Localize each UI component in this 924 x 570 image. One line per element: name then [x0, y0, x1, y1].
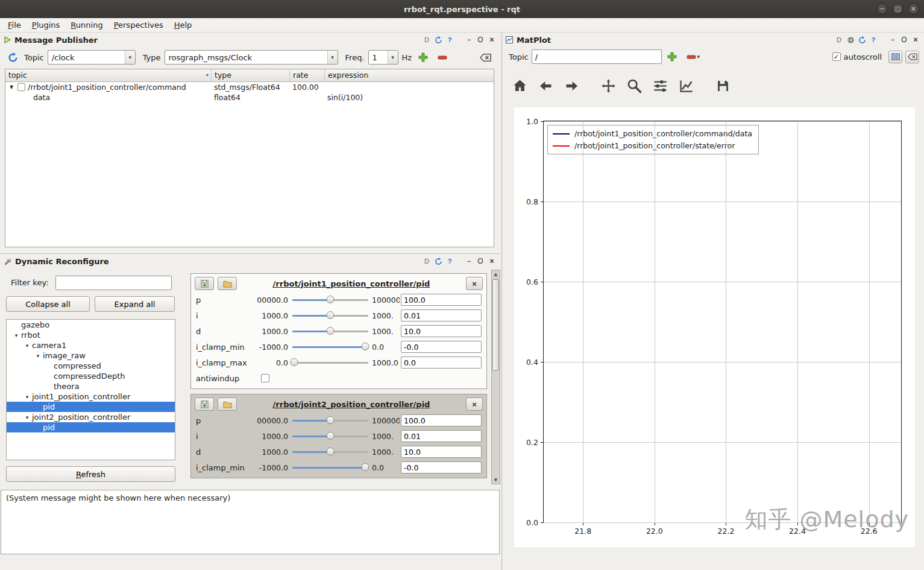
chevron-down-icon[interactable]: ▾ — [388, 51, 398, 64]
dock-d-button[interactable]: D — [834, 35, 844, 45]
expression-cell[interactable]: sin(i/100) — [325, 93, 494, 102]
reload-plugin-button[interactable] — [433, 256, 443, 266]
close-dock-button[interactable]: × — [487, 35, 497, 45]
window-titlebar[interactable]: rrbot_rqt.perspective - rqt − □ × — [0, 0, 924, 18]
tree-expand-arrow[interactable]: ▾ — [22, 414, 32, 420]
load-params-button[interactable] — [218, 397, 237, 411]
autoscroll-checkbox[interactable]: ✓ — [832, 52, 841, 61]
pid-scrollbar[interactable]: ▲ ▼ — [491, 270, 500, 484]
back-button[interactable] — [535, 75, 556, 97]
slider-handle[interactable] — [361, 463, 369, 471]
param-value-input[interactable] — [401, 341, 482, 353]
tree-item-theora[interactable]: theora — [7, 381, 175, 391]
remove-publisher-button[interactable] — [435, 49, 450, 65]
pan-button[interactable] — [598, 75, 618, 97]
slider-handle[interactable] — [327, 311, 335, 319]
tree-expand-arrow[interactable]: ▾ — [33, 353, 43, 359]
plot-topic-input[interactable] — [532, 49, 662, 64]
param-value-input[interactable] — [401, 446, 482, 458]
load-params-button[interactable] — [218, 277, 237, 290]
param-value-input[interactable] — [401, 430, 482, 442]
add-publisher-button[interactable] — [415, 49, 431, 65]
settings-gear-button[interactable] — [846, 35, 855, 45]
scroll-up-arrow[interactable]: ▲ — [492, 270, 500, 278]
slider-handle[interactable] — [327, 296, 335, 303]
window-maximize-button[interactable]: □ — [892, 3, 904, 14]
column-header-expression[interactable]: expression — [325, 69, 494, 81]
save-params-button[interactable] — [195, 277, 214, 290]
topic-combobox[interactable]: /clock ▾ — [48, 50, 136, 65]
tree-expand-arrow[interactable]: ▾ — [22, 394, 32, 400]
publisher-table-header[interactable]: topic ▾ type rate expression — [5, 69, 494, 82]
window-close-button[interactable]: × — [908, 3, 919, 14]
minimize-dock-button[interactable]: − — [888, 35, 897, 45]
tree-item-pid[interactable]: pid — [7, 422, 175, 432]
chevron-down-icon[interactable]: ▾ — [327, 51, 338, 64]
filter-key-input[interactable] — [55, 276, 172, 290]
dock-d-button[interactable]: D — [422, 35, 432, 45]
param-value-input[interactable] — [401, 461, 482, 473]
param-slider[interactable] — [292, 294, 368, 305]
clear-plot-button[interactable] — [905, 51, 919, 63]
expand-all-button[interactable]: Expand all — [95, 296, 175, 312]
close-pid-panel-button[interactable]: × — [466, 277, 483, 290]
chevron-down-icon[interactable]: ▾ — [125, 51, 135, 64]
param-slider[interactable] — [292, 326, 368, 337]
add-topic-button[interactable] — [665, 49, 679, 65]
edit-axes-button[interactable] — [676, 75, 696, 97]
tree-item-gazebo[interactable]: gazebo — [7, 320, 175, 330]
help-button[interactable]: ? — [445, 35, 454, 45]
float-dock-button[interactable]: O — [899, 35, 909, 45]
zoom-button[interactable] — [624, 75, 644, 97]
param-slider[interactable] — [292, 446, 368, 457]
refresh-button[interactable]: Refresh — [6, 466, 175, 482]
table-row[interactable]: data float64 sin(i/100) — [5, 92, 494, 103]
subplots-config-button[interactable] — [650, 75, 670, 97]
param-value-input[interactable] — [401, 356, 482, 369]
help-button[interactable]: ? — [445, 256, 454, 266]
type-combobox[interactable]: rosgraph_msgs/Clock ▾ — [165, 50, 338, 65]
antiwindup-checkbox[interactable] — [261, 374, 269, 382]
param-slider[interactable] — [292, 357, 368, 368]
float-dock-button[interactable]: O — [476, 35, 485, 45]
param-value-input[interactable] — [401, 325, 482, 337]
param-value-input[interactable] — [401, 414, 482, 426]
param-slider[interactable] — [292, 431, 368, 442]
float-dock-button[interactable]: O — [476, 256, 485, 266]
menu-help[interactable]: Help — [169, 19, 198, 31]
reload-plugin-button[interactable] — [433, 35, 443, 45]
tree-item-pid[interactable]: pid — [7, 402, 175, 412]
clear-publishers-button[interactable] — [477, 49, 493, 65]
tree-expand-arrow[interactable]: ▾ — [11, 332, 21, 338]
tree-item-joint2_position_controller[interactable]: ▾joint2_position_controller — [7, 412, 175, 422]
window-minimize-button[interactable]: − — [876, 3, 888, 14]
plot-canvas[interactable]: /rrbot/joint1_position_controller/comman… — [514, 107, 915, 547]
tree-item-rrbot[interactable]: ▾rrbot — [7, 330, 175, 340]
slider-handle[interactable] — [290, 358, 298, 366]
tree-item-camera1[interactable]: ▾camera1 — [7, 340, 175, 350]
remove-topic-button[interactable]: ▾ — [682, 49, 704, 65]
param-slider[interactable] — [292, 462, 368, 473]
home-button[interactable] — [509, 75, 530, 97]
slider-handle[interactable] — [327, 416, 335, 424]
tree-expand-arrow[interactable]: ▾ — [22, 343, 32, 349]
freq-combobox[interactable]: 1 ▾ — [368, 50, 398, 65]
dock-d-button[interactable]: D — [422, 256, 432, 266]
param-slider[interactable] — [292, 341, 368, 352]
param-value-input[interactable] — [401, 309, 482, 321]
refresh-topics-button[interactable] — [5, 49, 20, 65]
menu-perspectives[interactable]: Perspectives — [108, 19, 169, 31]
slider-handle[interactable] — [327, 327, 335, 335]
slider-handle[interactable] — [327, 432, 335, 440]
tree-item-joint1_position_controller[interactable]: ▾joint1_position_controller — [7, 391, 175, 402]
column-header-rate[interactable]: rate — [290, 69, 325, 81]
column-header-type[interactable]: type — [212, 69, 290, 81]
menu-file[interactable]: File — [2, 19, 27, 31]
tree-item-compressed[interactable]: compressed — [7, 361, 175, 371]
close-dock-button[interactable]: × — [911, 35, 920, 45]
collapse-row-arrow[interactable]: ▼ — [8, 84, 15, 90]
table-row[interactable]: ▼ /rrbot/joint1_position_controller/comm… — [5, 82, 494, 92]
param-value-input[interactable] — [401, 294, 482, 306]
scrollbar-handle[interactable] — [492, 279, 499, 371]
save-params-button[interactable] — [195, 397, 214, 411]
